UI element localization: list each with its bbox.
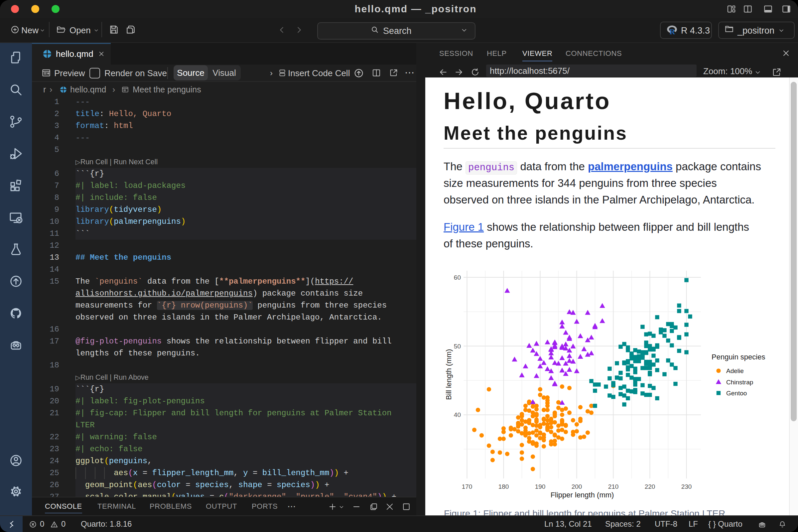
- svg-text:Adelie: Adelie: [726, 367, 744, 374]
- svg-text:Chinstrap: Chinstrap: [726, 379, 753, 386]
- svg-text:210: 210: [608, 483, 619, 490]
- svg-text:60: 60: [454, 274, 461, 281]
- svg-text:Flipper length (mm): Flipper length (mm): [551, 491, 614, 499]
- svg-text:170: 170: [462, 483, 473, 490]
- svg-text:50: 50: [454, 343, 461, 350]
- svg-text:Gentoo: Gentoo: [726, 390, 747, 397]
- svg-text:180: 180: [498, 483, 509, 490]
- svg-text:200: 200: [572, 483, 582, 490]
- svg-text:Bill length (mm): Bill length (mm): [444, 349, 453, 400]
- svg-text:40: 40: [454, 411, 461, 418]
- svg-text:Penguin species: Penguin species: [711, 353, 765, 361]
- svg-text:230: 230: [681, 483, 692, 490]
- svg-text:190: 190: [535, 483, 546, 490]
- svg-text:R: R: [669, 27, 675, 36]
- svg-text:220: 220: [645, 483, 656, 490]
